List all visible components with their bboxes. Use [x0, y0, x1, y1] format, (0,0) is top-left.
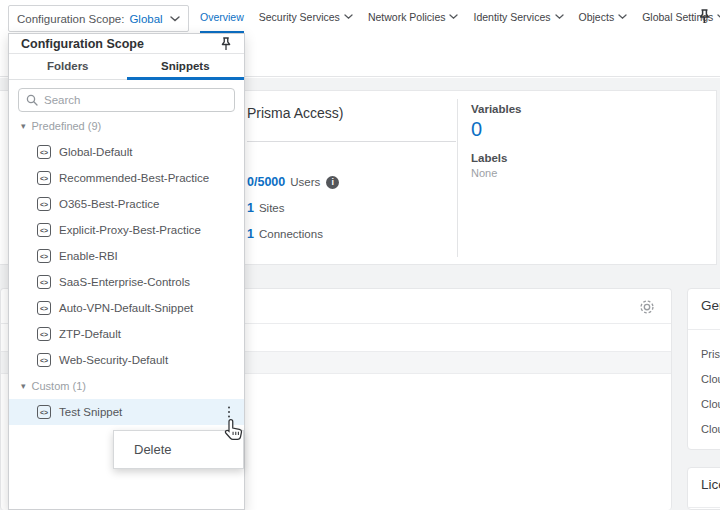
tab-snippets[interactable]: Snippets — [127, 54, 245, 80]
list-item-label: Enable-RBI — [59, 250, 118, 262]
list-item-enable-rbi[interactable]: Enable-RBI — [9, 243, 244, 269]
list-item-ztp-default[interactable]: ZTP-Default — [9, 321, 244, 347]
divider — [688, 507, 720, 508]
group-label: Predefined (9) — [32, 120, 102, 132]
license-card: Lice — [687, 467, 720, 510]
list-item-test-snippet[interactable]: Test Snippet — [9, 399, 244, 425]
list-item-label: Recommended-Best-Practice — [59, 172, 209, 184]
snippet-icon — [37, 145, 51, 159]
tab-folders[interactable]: Folders — [9, 54, 127, 80]
pin-icon[interactable] — [220, 37, 232, 51]
chevron-down-icon — [344, 14, 353, 20]
nav-item-identity-services[interactable]: Identity Services — [473, 0, 563, 33]
snippet-icon — [37, 171, 51, 185]
stat-row-connections: 1Connections — [247, 221, 339, 247]
card-rows: PrismClouClouClou — [701, 341, 720, 441]
group-header-custom-1[interactable]: ▾Custom (1) — [9, 373, 244, 399]
card-title: Lice — [701, 477, 720, 492]
list-item-label: Test Snippet — [59, 406, 122, 418]
list-item-recommended-best-practice[interactable]: Recommended-Best-Practice — [9, 165, 244, 191]
list-item-label: Auto-VPN-Default-Snippet — [59, 302, 193, 314]
general-card: Gen PrismClouClouClou — [687, 288, 720, 450]
snippet-list: ▾Predefined (9)Global-DefaultRecommended… — [9, 113, 244, 425]
panel-tabs: FoldersSnippets — [9, 54, 244, 80]
stat-row-users: 0/5000Usersi — [247, 169, 339, 195]
snippet-icon — [37, 327, 51, 341]
stat-value[interactable]: 1 — [247, 227, 254, 241]
variables-count[interactable]: 0 — [471, 118, 522, 141]
chevron-down-icon — [618, 14, 627, 20]
nav-item-label: Identity Services — [473, 11, 550, 23]
chevron-down-icon — [555, 14, 564, 20]
stats-list: 0/5000Usersi1Sites1Connections — [247, 169, 339, 247]
card-row[interactable]: Prism — [701, 341, 720, 366]
list-item-web-security-default[interactable]: Web-Security-Default — [9, 347, 244, 373]
list-item-o365-best-practice[interactable]: O365-Best-Practice — [9, 191, 244, 217]
variables-label: Variables — [471, 103, 522, 115]
nav-item-label: Security Services — [259, 11, 340, 23]
card-title: Gen — [701, 298, 720, 313]
nav-item-label: Network Policies — [368, 11, 446, 23]
chevron-down-icon — [449, 14, 458, 20]
panel-header: Configuration Scope — [9, 34, 244, 54]
scope-value: Global — [129, 13, 162, 25]
page-title-partial: Prisma Access) — [247, 105, 343, 121]
scope-label: Configuration Scope: — [17, 13, 124, 25]
list-item-label: Web-Security-Default — [59, 354, 168, 366]
stat-value[interactable]: 0/5000 — [247, 175, 285, 189]
list-item-label: Global-Default — [59, 146, 133, 158]
snippet-icon — [37, 197, 51, 211]
panel-title: Configuration Scope — [21, 37, 144, 51]
labels-value: None — [471, 167, 522, 179]
kebab-menu-icon[interactable] — [228, 411, 231, 414]
snippet-icon — [37, 275, 51, 289]
nav-item-overview[interactable]: Overview — [200, 0, 244, 33]
chevron-down-icon — [170, 16, 180, 22]
search-icon — [26, 94, 38, 106]
list-item-auto-vpn-default-snippet[interactable]: Auto-VPN-Default-Snippet — [9, 295, 244, 321]
stat-row-sites: 1Sites — [247, 195, 339, 221]
search-input[interactable]: Search — [18, 88, 235, 112]
snippet-icon — [37, 405, 51, 419]
gear-icon[interactable] — [638, 298, 656, 320]
list-item-saas-enterprise-controls[interactable]: SaaS-Enterprise-Controls — [9, 269, 244, 295]
snippet-icon — [37, 301, 51, 315]
list-item-explicit-proxy-best-practice[interactable]: Explicit-Proxy-Best-Practice — [9, 217, 244, 243]
variables-block: Variables 0 Labels None — [471, 103, 522, 179]
list-item-label: O365-Best-Practice — [59, 198, 159, 210]
pin-icon[interactable] — [698, 9, 711, 28]
snippet-icon — [37, 223, 51, 237]
snippet-icon — [37, 353, 51, 367]
nav-item-security-services[interactable]: Security Services — [259, 0, 353, 33]
caret-down-icon: ▾ — [21, 121, 26, 131]
group-label: Custom (1) — [32, 380, 86, 392]
nav-item-objects[interactable]: Objects — [579, 0, 628, 33]
search-placeholder: Search — [44, 94, 80, 106]
stat-label: Sites — [259, 202, 285, 214]
configuration-scope-selector[interactable]: Configuration Scope: Global — [8, 5, 189, 32]
divider — [247, 141, 456, 142]
divider — [688, 329, 720, 330]
context-menu: Delete — [113, 430, 244, 469]
stat-label: Users — [290, 176, 320, 188]
list-item-label: Explicit-Proxy-Best-Practice — [59, 224, 201, 236]
list-item-label: ZTP-Default — [59, 328, 121, 340]
group-header-predefined-9[interactable]: ▾Predefined (9) — [9, 113, 244, 139]
card-row[interactable]: Clou — [701, 416, 720, 441]
info-icon[interactable]: i — [326, 176, 339, 189]
main-nav: OverviewSecurity ServicesNetwork Policie… — [200, 0, 720, 33]
labels-label: Labels — [471, 152, 522, 164]
list-item-global-default[interactable]: Global-Default — [9, 139, 244, 165]
list-item-label: SaaS-Enterprise-Controls — [59, 276, 190, 288]
nav-item-network-policies[interactable]: Network Policies — [368, 0, 459, 33]
card-row[interactable]: Clou — [701, 366, 720, 391]
snippet-icon — [37, 249, 51, 263]
nav-item-label: Objects — [579, 11, 615, 23]
vertical-divider — [457, 99, 458, 257]
stat-value[interactable]: 1 — [247, 201, 254, 215]
context-menu-item-delete[interactable]: Delete — [114, 431, 243, 468]
stat-label: Connections — [259, 228, 323, 240]
card-row[interactable]: Clou — [701, 391, 720, 416]
nav-item-label: Overview — [200, 11, 244, 23]
caret-down-icon: ▾ — [21, 381, 26, 391]
